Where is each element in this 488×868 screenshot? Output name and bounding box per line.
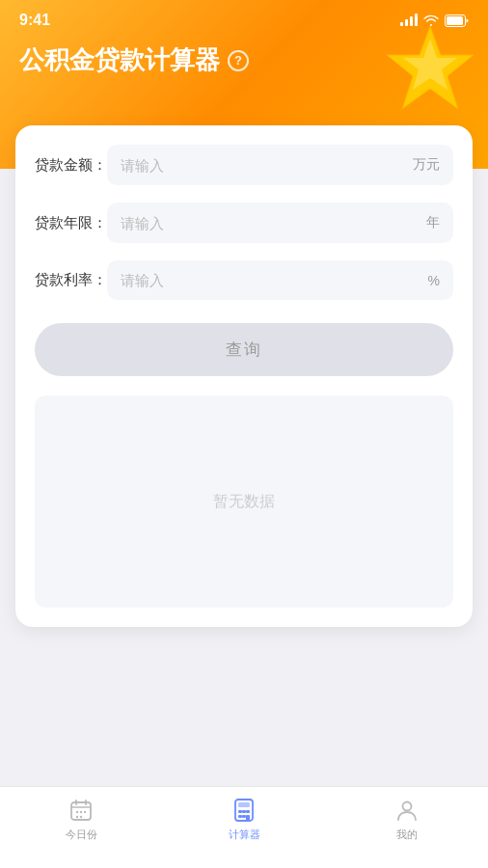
tab-bar: 今日份 计算器 我的 [0, 786, 488, 868]
svg-rect-15 [238, 810, 242, 813]
today-icon [68, 797, 95, 824]
no-data-label: 暂无数据 [213, 492, 275, 512]
loan-amount-input-wrap: 万元 [107, 145, 453, 185]
svg-point-9 [80, 811, 82, 813]
loan-rate-row: 贷款利率： % [35, 260, 453, 300]
help-button[interactable]: ? [228, 50, 249, 71]
loan-amount-label: 贷款金额： [35, 156, 107, 175]
svg-point-10 [84, 811, 86, 813]
svg-point-11 [76, 816, 78, 818]
main-card: 贷款金额： 万元 贷款年限： 年 贷款利率： % 查询 暂无数据 [15, 125, 473, 627]
loan-years-row: 贷款年限： 年 [35, 203, 453, 243]
svg-rect-18 [238, 815, 242, 818]
svg-point-21 [402, 802, 411, 811]
svg-rect-19 [242, 815, 246, 818]
svg-point-12 [80, 816, 82, 818]
loan-amount-unit: 万元 [413, 156, 440, 174]
mine-tab-label: 我的 [396, 827, 418, 842]
svg-rect-14 [238, 802, 250, 807]
calculator-icon [230, 797, 258, 824]
loan-years-input-wrap: 年 [107, 203, 453, 243]
svg-rect-16 [242, 810, 246, 813]
query-button[interactable]: 查询 [35, 323, 453, 376]
loan-rate-input-wrap: % [107, 260, 453, 300]
loan-years-input[interactable] [121, 215, 422, 231]
loan-amount-input[interactable] [121, 157, 409, 174]
today-tab-label: 今日份 [66, 827, 97, 842]
mine-icon [393, 797, 420, 824]
loan-rate-input[interactable] [121, 272, 424, 288]
result-area: 暂无数据 [35, 395, 453, 608]
svg-point-8 [76, 811, 78, 813]
loan-rate-label: 贷款利率： [35, 271, 107, 289]
svg-rect-20 [246, 815, 250, 821]
signal-icon [400, 14, 418, 26]
status-bar: 9:41 [0, 0, 488, 37]
loan-rate-unit: % [428, 273, 440, 288]
header-title-area: 公积金贷款计算器 ? [19, 43, 249, 77]
loan-years-label: 贷款年限： [35, 214, 107, 232]
tab-today[interactable]: 今日份 [0, 797, 163, 842]
svg-rect-3 [447, 16, 463, 25]
status-icons [400, 14, 469, 27]
battery-icon [445, 14, 469, 27]
loan-years-unit: 年 [426, 214, 440, 231]
wifi-icon [423, 14, 439, 26]
calculator-tab-label: 计算器 [229, 827, 260, 842]
svg-rect-17 [246, 810, 250, 813]
loan-amount-row: 贷款金额： 万元 [35, 145, 453, 185]
app-title: 公积金贷款计算器 [19, 43, 220, 77]
tab-calculator[interactable]: 计算器 [163, 797, 326, 842]
tab-mine[interactable]: 我的 [325, 797, 488, 842]
status-time: 9:41 [19, 12, 50, 29]
